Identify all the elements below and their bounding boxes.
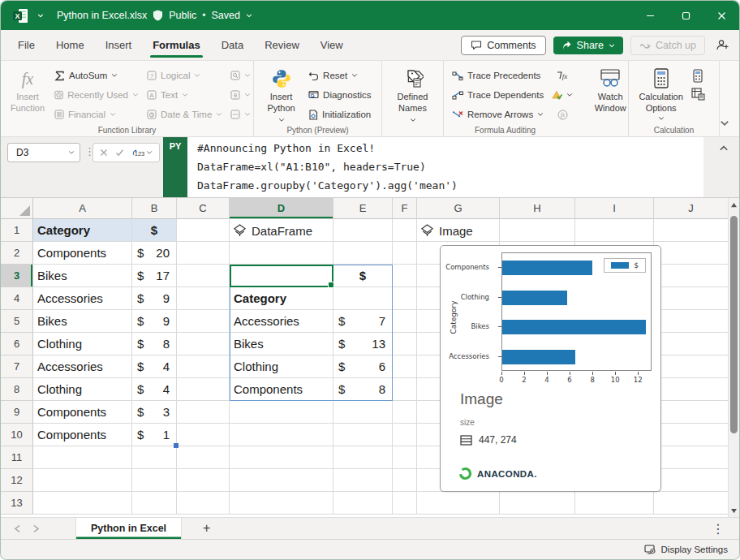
- cell-F3[interactable]: [393, 265, 417, 287]
- cell-J12[interactable]: [654, 469, 729, 492]
- financial-button[interactable]: Financial: [53, 105, 140, 124]
- active-cell-D3[interactable]: [230, 265, 333, 287]
- cell-A5[interactable]: Bikes: [33, 310, 132, 333]
- vertical-scrollbar[interactable]: [728, 198, 739, 517]
- cell-D5[interactable]: Accessories: [230, 310, 333, 333]
- cell-C6[interactable]: [177, 333, 230, 355]
- close-button[interactable]: [703, 1, 739, 30]
- cell-D7[interactable]: Clothing: [230, 355, 333, 378]
- sensitivity-label[interactable]: Public: [169, 10, 196, 21]
- cell-F7[interactable]: [393, 355, 417, 378]
- cell-E5[interactable]: $7: [333, 310, 393, 333]
- calculate-sheet-button[interactable]: [691, 88, 712, 101]
- catch-up-button[interactable]: Catch up: [630, 36, 705, 55]
- row-header-4[interactable]: 4: [1, 287, 33, 310]
- cell-D13[interactable]: [230, 492, 333, 515]
- column-header-G[interactable]: G: [417, 198, 500, 219]
- cell-F4[interactable]: [393, 287, 417, 310]
- cell-E6[interactable]: $13: [333, 333, 393, 355]
- cell-C5[interactable]: [177, 310, 230, 333]
- cell-E12[interactable]: [333, 469, 393, 492]
- cell-J7[interactable]: [654, 355, 729, 378]
- cell-E10[interactable]: [333, 424, 393, 446]
- row-header-7[interactable]: 7: [1, 355, 33, 378]
- cell-B1[interactable]: $: [132, 219, 177, 242]
- cell-J9[interactable]: [654, 401, 729, 424]
- enter-icon[interactable]: [115, 149, 124, 157]
- cell-A11[interactable]: [33, 446, 132, 469]
- cell-A10[interactable]: Components: [33, 424, 132, 446]
- column-header-C[interactable]: C: [177, 198, 230, 219]
- ribbon-tab-review[interactable]: Review: [254, 30, 310, 60]
- insert-function-button[interactable]: fx Insert Function: [7, 66, 48, 114]
- add-person-icon[interactable]: [716, 39, 729, 51]
- defined-names-button[interactable]: Defined Names: [390, 66, 436, 123]
- cell-D9[interactable]: [230, 401, 333, 424]
- image-object-label[interactable]: Image: [420, 222, 473, 239]
- scroll-down-icon[interactable]: [729, 504, 739, 517]
- row-header-11[interactable]: 11: [1, 446, 33, 469]
- display-settings-button[interactable]: Display Settings: [644, 545, 739, 554]
- column-header-E[interactable]: E: [333, 198, 393, 219]
- column-header-A[interactable]: A: [33, 198, 132, 219]
- comments-button[interactable]: Comments: [461, 36, 545, 55]
- initialization-button[interactable]: Initialization: [307, 105, 375, 124]
- cell-D8[interactable]: Components: [230, 378, 333, 401]
- cell-C4[interactable]: [177, 287, 230, 310]
- cell-D6[interactable]: Bikes: [230, 333, 333, 355]
- share-button[interactable]: Share: [553, 37, 623, 54]
- ribbon-tab-view[interactable]: View: [310, 30, 354, 60]
- cell-B3[interactable]: $17: [132, 265, 177, 287]
- row-header-3[interactable]: 3: [1, 265, 33, 287]
- save-status-chevron-icon[interactable]: [246, 12, 252, 19]
- cell-C10[interactable]: [177, 424, 230, 446]
- cell-E13[interactable]: [333, 492, 393, 515]
- math-trig-button[interactable]: θ: [229, 85, 252, 105]
- cell-J10[interactable]: [654, 424, 729, 446]
- add-sheet-button[interactable]: +: [182, 518, 231, 539]
- cell-F6[interactable]: [393, 333, 417, 355]
- cell-F2[interactable]: [393, 242, 417, 265]
- lookup-reference-button[interactable]: [229, 66, 252, 85]
- cell-B2[interactable]: $20: [132, 242, 177, 265]
- document-title[interactable]: Python in Excel.xlsx: [57, 10, 147, 21]
- cell-B4[interactable]: $9: [132, 287, 177, 310]
- column-header-H[interactable]: H: [500, 198, 575, 219]
- cell-F5[interactable]: [393, 310, 417, 333]
- cancel-icon[interactable]: [100, 149, 108, 157]
- more-functions-button[interactable]: [229, 105, 252, 124]
- cell-C2[interactable]: [177, 242, 230, 265]
- cell-C12[interactable]: [177, 469, 230, 492]
- cell-H13[interactable]: [500, 492, 575, 515]
- dataframe-object-label[interactable]: DataFrame: [233, 222, 312, 239]
- cell-B12[interactable]: [132, 469, 177, 492]
- column-header-F[interactable]: F: [393, 198, 417, 219]
- cell-A9[interactable]: Components: [33, 401, 132, 424]
- row-header-1[interactable]: 1: [1, 219, 33, 242]
- row-header-9[interactable]: 9: [1, 401, 33, 424]
- cell-A13[interactable]: [33, 492, 132, 515]
- remove-arrows-button[interactable]: Remove Arrows: [450, 105, 545, 124]
- save-status[interactable]: Saved: [211, 10, 239, 21]
- scroll-up-icon[interactable]: [729, 198, 739, 211]
- minimize-button[interactable]: [632, 1, 668, 30]
- diagnostics-button[interactable]: Diagnostics: [307, 85, 375, 105]
- cell-H1[interactable]: [500, 219, 575, 242]
- cell-A1[interactable]: Category: [33, 219, 132, 242]
- image-preview-card[interactable]: $ComponentsClothingBikesAccessories02468…: [440, 245, 661, 492]
- cell-D2[interactable]: [230, 242, 333, 265]
- show-formulas-button[interactable]: fx: [550, 66, 574, 85]
- row-header-10[interactable]: 10: [1, 424, 33, 446]
- column-header-I[interactable]: I: [575, 198, 654, 219]
- cell-J1[interactable]: [654, 219, 729, 242]
- row-header-6[interactable]: 6: [1, 333, 33, 355]
- row-header-13[interactable]: 13: [1, 492, 33, 515]
- cell-A4[interactable]: Accessories: [33, 287, 132, 310]
- cell-B13[interactable]: [132, 492, 177, 515]
- insert-python-button[interactable]: Insert Python: [260, 66, 302, 123]
- cell-C8[interactable]: [177, 378, 230, 401]
- cell-B11[interactable]: [132, 446, 177, 469]
- cell-A3[interactable]: Bikes: [33, 265, 132, 287]
- cell-J8[interactable]: [654, 378, 729, 401]
- cell-F13[interactable]: [393, 492, 417, 515]
